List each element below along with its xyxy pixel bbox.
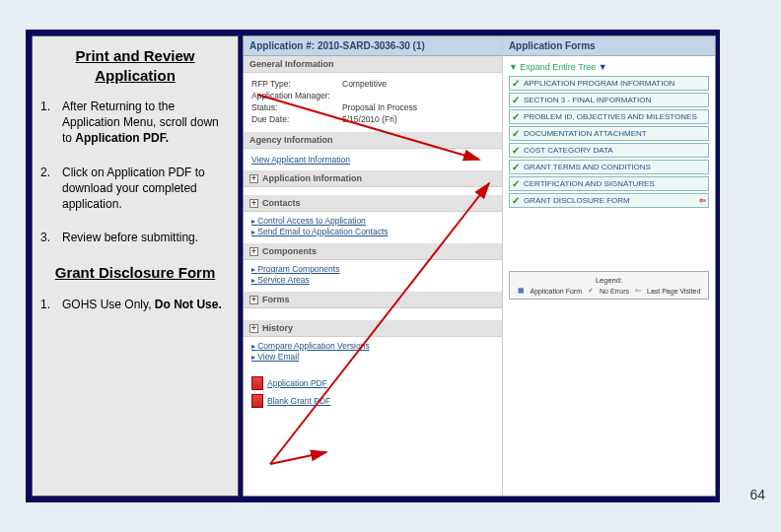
check-icon: ✓ [512, 162, 520, 172]
step-text: After Returning to the Application Menu,… [62, 99, 230, 147]
step-number: 1. [40, 99, 62, 147]
step-number: 3. [40, 230, 62, 245]
section-general-header: General Information [244, 56, 502, 73]
legend-icon: ✓ [588, 287, 594, 295]
section-appinfo-header[interactable]: +Application Information [244, 170, 502, 187]
agency-info: View Applicant Information [244, 149, 502, 170]
instructions-sub-list: 1. GOHS Use Only, Do Not Use. [40, 297, 230, 312]
forms-tree: Expand Entire Tree ✓APPLICATION PROGRAM … [503, 56, 715, 212]
expand-tree-link[interactable]: Expand Entire Tree [509, 60, 709, 76]
components-links: Program Components Service Areas [244, 260, 502, 292]
left-column: Application #: 2010-SARD-3036-30 (1) Gen… [244, 36, 503, 496]
step-number: 2. [40, 165, 62, 213]
expand-icon[interactable]: + [249, 324, 258, 333]
legend-box: Legend: ▦Application Form ✓No Errors ⇦La… [509, 271, 709, 299]
form-item[interactable]: ✓SECTION 3 - FINAL INFORMATION [509, 93, 709, 107]
instruction-step: 2. Click on Application PDF to download … [40, 165, 230, 213]
application-screenshot: Application #: 2010-SARD-3036-30 (1) Gen… [243, 35, 716, 497]
check-icon: ✓ [512, 111, 520, 122]
history-link[interactable]: View Email [251, 352, 494, 362]
legend-icon: ▦ [518, 287, 525, 295]
pdf-icon [251, 376, 263, 390]
form-item[interactable]: ✓APPLICATION PROGRAM INFORMATION [509, 76, 709, 91]
instructions-subheading: Grant Disclosure Form [40, 263, 230, 283]
view-applicant-link[interactable]: View Applicant Information [251, 155, 350, 165]
instructions-list: 1. After Returning to the Application Me… [40, 99, 230, 245]
step-text: GOHS Use Only, Do Not Use. [62, 297, 230, 312]
step-number: 1. [40, 297, 62, 312]
legend-icon: ⇦ [635, 287, 641, 295]
expand-icon[interactable]: + [249, 199, 258, 208]
instruction-step: 1. GOHS Use Only, Do Not Use. [40, 297, 230, 312]
step-text: Review before submitting. [62, 230, 230, 245]
expand-icon[interactable]: + [249, 174, 258, 183]
check-icon: ✓ [512, 195, 520, 206]
instruction-step: 1. After Returning to the Application Me… [40, 99, 230, 147]
expand-icon[interactable]: + [249, 247, 258, 256]
component-link[interactable]: Service Areas [251, 275, 494, 285]
pdf-icon [251, 394, 263, 408]
form-item[interactable]: ✓COST CATEGORY DATA [509, 143, 709, 158]
contact-link[interactable]: Control Access to Application [251, 216, 494, 226]
page-number: 64 [749, 487, 765, 502]
last-visited-icon: ⇦ [699, 196, 706, 205]
form-item[interactable]: ✓CERTIFICATION AND SIGNATURES [509, 176, 709, 191]
expand-icon[interactable]: + [249, 296, 258, 304]
general-info: RFP Type:Competitive Application Manager… [244, 73, 502, 132]
instructions-panel: Print and Review Application 1. After Re… [32, 35, 239, 497]
application-pdf-link[interactable]: Application PDF [244, 374, 502, 392]
form-item[interactable]: ✓DOCUMENTATION ATTACHMENT [509, 126, 709, 141]
check-icon: ✓ [512, 95, 520, 105]
form-item-disclosure[interactable]: ✓GRANT DISCLOSURE FORM⇦ [509, 193, 709, 208]
section-components-header[interactable]: +Components [244, 243, 502, 260]
section-forms-header[interactable]: +Forms [244, 292, 502, 308]
history-link[interactable]: Compare Application Versions [251, 341, 494, 351]
instruction-step: 3. Review before submitting. [40, 230, 230, 245]
check-icon: ✓ [512, 178, 520, 189]
check-icon: ✓ [512, 145, 520, 156]
check-icon: ✓ [512, 78, 520, 89]
blank-grant-pdf-link[interactable]: Blank Grant PDF [244, 392, 502, 410]
instructions-title: Print and Review Application [40, 46, 230, 85]
component-link[interactable]: Program Components [251, 264, 494, 274]
right-column: Application Forms Expand Entire Tree ✓AP… [503, 36, 715, 496]
check-icon: ✓ [512, 128, 520, 139]
form-item[interactable]: ✓PROBLEM ID, OBJECTIVES AND MILESTONES [509, 109, 709, 124]
section-agency-header: Agency Information [244, 132, 502, 149]
section-history-header[interactable]: +History [244, 320, 502, 337]
app-header: Application #: 2010-SARD-3036-30 (1) [244, 36, 502, 56]
legend-title: Legend: [514, 276, 704, 285]
contacts-links: Control Access to Application Send Email… [244, 212, 502, 243]
step-text: Click on Application PDF to download you… [62, 165, 230, 213]
section-contacts-header[interactable]: +Contacts [244, 195, 502, 212]
form-item[interactable]: ✓GRANT TERMS AND CONDITIONS [509, 160, 709, 174]
contact-link[interactable]: Send Email to Application Contacts [251, 227, 494, 236]
history-links: Compare Application Versions View Email [244, 337, 502, 368]
forms-header: Application Forms [503, 36, 715, 56]
